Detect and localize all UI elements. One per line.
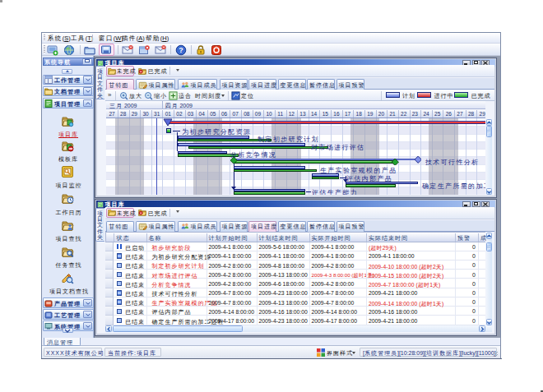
svg-text:?: ? [179, 46, 183, 54]
